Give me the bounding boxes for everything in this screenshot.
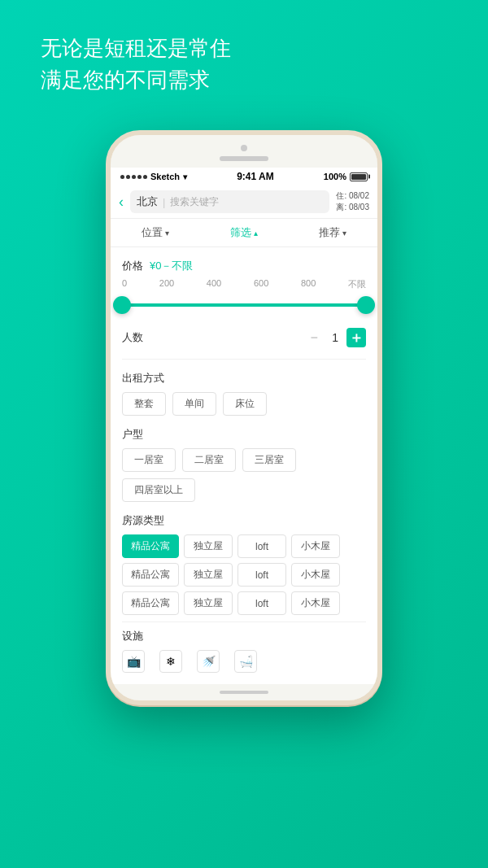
price-mark-max: 不限: [348, 278, 366, 290]
price-label: 价格: [122, 259, 143, 273]
slider-track: [122, 303, 366, 307]
slider-thumb-right[interactable]: [357, 296, 375, 314]
people-increase-button[interactable]: ＋: [346, 328, 366, 347]
house-btn-小木屋-3[interactable]: 小木屋: [291, 591, 340, 615]
check-out-date: 离: 08/03: [336, 202, 369, 213]
date-info: 住: 08/02 离: 08/03: [336, 190, 369, 213]
phone-top-area: [111, 135, 377, 168]
room-option-三居室[interactable]: 三居室: [242, 448, 296, 472]
price-mark-800: 800: [301, 278, 316, 290]
room-option-四居室以上[interactable]: 四居室以上: [122, 478, 195, 502]
house-btn-独立屋-1[interactable]: 独立屋: [184, 534, 233, 558]
filter-arrow-icon: ▴: [254, 229, 258, 238]
house-type-row-3: 精品公寓 独立屋 loft 小木屋: [122, 591, 366, 615]
filter-tab-recommend[interactable]: 推荐 ▾: [319, 225, 346, 240]
facility-ac[interactable]: ❄: [159, 650, 182, 673]
shower-icon: 🚿: [197, 650, 220, 673]
back-button[interactable]: ‹: [119, 194, 124, 211]
divider: |: [163, 196, 165, 208]
battery-percent: 100%: [324, 172, 346, 181]
facility-shower[interactable]: 🚿: [197, 650, 220, 673]
hero-line1: 无论是短租还是常住: [41, 33, 231, 64]
room-option-二居室[interactable]: 二居室: [182, 448, 236, 472]
price-mark-200: 200: [159, 278, 174, 290]
price-mark-0: 0: [122, 278, 127, 290]
rental-option-整套[interactable]: 整套: [122, 392, 166, 416]
filter-tab-filter[interactable]: 筛选 ▴: [230, 225, 258, 240]
wifi-icon: ▾: [183, 172, 187, 181]
house-type-row-2: 精品公寓 独立屋 loft 小木屋: [122, 563, 366, 587]
status-left: Sketch ▾: [120, 172, 187, 181]
home-indicator: [220, 691, 268, 694]
camera-dot: [241, 145, 247, 151]
speaker-grill: [220, 156, 268, 161]
filter-tab-location[interactable]: 位置 ▾: [142, 225, 169, 240]
price-slider[interactable]: [122, 294, 366, 316]
status-right: 100%: [324, 172, 368, 181]
hero-section: 无论是短租还是常住 满足您的不同需求: [41, 33, 231, 96]
price-mark-400: 400: [207, 278, 221, 290]
house-btn-精品公寓-3[interactable]: 精品公寓: [122, 591, 179, 615]
filter-tabs: 位置 ▾ 筛选 ▴ 推荐 ▾: [111, 219, 377, 247]
house-btn-精品公寓-2[interactable]: 精品公寓: [122, 563, 179, 587]
signal-dots: [120, 175, 147, 179]
house-btn-loft-3[interactable]: loft: [237, 591, 286, 615]
phone-shell: Sketch ▾ 9:41 AM 100% ‹ 北京 | 搜索关键字 住: 08…: [106, 130, 382, 705]
price-value: ¥0－不限: [150, 259, 193, 273]
house-type-row-1: 精品公寓 独立屋 loft 小木屋: [122, 534, 366, 558]
people-section: 人数 － 1 ＋: [122, 328, 366, 360]
price-section-header: 价格 ¥0－不限: [122, 259, 366, 273]
check-in-date: 住: 08/02: [336, 190, 369, 202]
battery-icon: [350, 172, 368, 181]
recommend-arrow-icon: ▾: [342, 229, 346, 238]
house-btn-独立屋-2[interactable]: 独立屋: [184, 563, 233, 587]
rental-type-options: 整套 单间 床位: [122, 392, 366, 416]
tv-icon: 📺: [122, 650, 145, 673]
house-btn-独立屋-3[interactable]: 独立屋: [184, 591, 233, 615]
price-labels: 0 200 400 600 800 不限: [122, 278, 366, 290]
rental-type-label: 出租方式: [122, 371, 366, 386]
room-type-options: 一居室 二居室 三居室 四居室以上: [122, 448, 366, 502]
bathtub-icon: 🛁: [234, 650, 257, 673]
status-time: 9:41 AM: [237, 171, 274, 182]
people-decrease-button[interactable]: －: [304, 328, 324, 347]
people-count: 1: [332, 331, 338, 344]
house-btn-loft-2[interactable]: loft: [237, 563, 286, 587]
ac-icon: ❄: [159, 650, 182, 673]
hero-line2: 满足您的不同需求: [41, 64, 231, 96]
people-label: 人数: [122, 330, 143, 345]
phone-bottom: [111, 684, 377, 700]
recommend-tab-label: 推荐: [319, 225, 340, 240]
room-type-label: 户型: [122, 427, 366, 442]
rental-option-床位[interactable]: 床位: [223, 392, 267, 416]
people-control: － 1 ＋: [304, 328, 366, 347]
battery-fill: [351, 174, 366, 180]
carrier-label: Sketch: [150, 172, 180, 181]
phone-mockup: Sketch ▾ 9:41 AM 100% ‹ 北京 | 搜索关键字 住: 08…: [106, 130, 382, 705]
slider-thumb-left[interactable]: [113, 296, 131, 314]
status-bar: Sketch ▾ 9:41 AM 100%: [111, 168, 377, 185]
room-option-一居室[interactable]: 一居室: [122, 448, 176, 472]
house-btn-loft-1[interactable]: loft: [237, 534, 286, 558]
facility-bathtub[interactable]: 🛁: [234, 650, 257, 673]
house-btn-小木屋-1[interactable]: 小木屋: [291, 534, 340, 558]
search-bar: ‹ 北京 | 搜索关键字 住: 08/02 离: 08/03: [111, 185, 377, 219]
search-placeholder: 搜索关键字: [170, 195, 219, 209]
location-tab-label: 位置: [142, 225, 163, 240]
house-btn-精品公寓-1[interactable]: 精品公寓: [122, 534, 179, 558]
filter-panel: 价格 ¥0－不限 0 200 400 600 800 不限 人数: [111, 247, 377, 684]
facility-tv[interactable]: 📺: [122, 650, 145, 673]
facilities-section: 设施 📺 ❄ 🚿 🛁: [122, 622, 366, 673]
location-arrow-icon: ▾: [165, 229, 169, 238]
facilities-label: 设施: [122, 629, 366, 643]
facilities-icons: 📺 ❄ 🚿 🛁: [122, 650, 366, 673]
search-input-wrapper[interactable]: 北京 | 搜索关键字: [130, 190, 329, 213]
location-label: 北京: [137, 194, 158, 209]
price-mark-600: 600: [254, 278, 268, 290]
rental-option-单间[interactable]: 单间: [172, 392, 216, 416]
filter-tab-label: 筛选: [230, 225, 251, 240]
house-btn-小木屋-2[interactable]: 小木屋: [291, 563, 340, 587]
house-source-label: 房源类型: [122, 513, 366, 528]
